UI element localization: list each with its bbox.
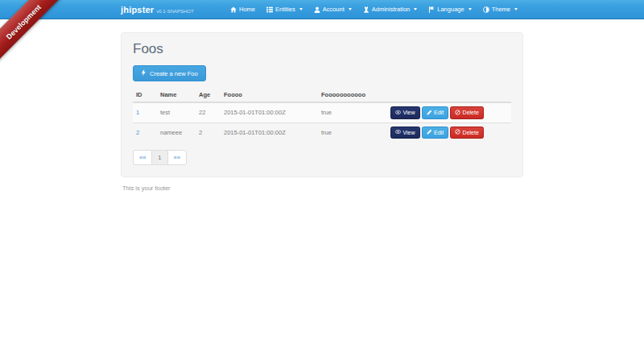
user-icon: [314, 6, 320, 13]
edit-button[interactable]: Edit: [422, 127, 449, 139]
foo-id-link[interactable]: 1: [136, 109, 139, 116]
footer-text: This is your footer: [122, 185, 523, 192]
header-id: ID: [133, 89, 157, 102]
table-row: 1 test 22 2015-01-01T01:00:00Z true View…: [133, 102, 511, 122]
delete-button[interactable]: Delete: [450, 106, 484, 119]
pagination-first-button[interactable]: ««: [133, 150, 152, 165]
nav-item-label: Account: [323, 6, 345, 13]
edit-label: Edit: [434, 130, 444, 136]
ban-icon: [455, 110, 460, 117]
header-fooooooooooo: Fooooooooooo: [318, 89, 387, 102]
cell-actions: View Edit Delete: [387, 122, 511, 142]
pencil-icon: [427, 110, 432, 117]
view-button[interactable]: View: [390, 106, 420, 119]
main-nav: Home Entities Account Adminis: [225, 0, 523, 19]
ban-icon: [455, 129, 460, 136]
nav-item-theme[interactable]: Theme: [477, 0, 523, 19]
cell-foooo: 2015-01-01T01:00:00Z: [221, 102, 318, 122]
brand-link[interactable]: jhipster v0.1-SNAPSHOT: [121, 5, 194, 15]
cell-fooooooooooo: true: [318, 122, 387, 142]
view-label: View: [403, 130, 415, 136]
cell-foooo: 2015-01-01T01:00:00Z: [221, 122, 318, 142]
caret-down-icon: [514, 8, 518, 10]
top-navbar: jhipster v0.1-SNAPSHOT Home Entities: [0, 0, 644, 19]
table-row: 2 nameee 2 2015-01-01T01:00:00Z true Vie…: [133, 122, 511, 142]
flag-icon: [428, 6, 435, 13]
header-age: Age: [196, 89, 221, 102]
tower-icon: [363, 6, 369, 13]
nav-item-label: Language: [437, 6, 464, 13]
create-foo-label: Create a new Foo: [150, 70, 198, 77]
foos-panel: Foos Create a new Foo ID Name Age Foooo …: [121, 32, 523, 177]
eye-icon: [395, 129, 401, 136]
pagination-page-1[interactable]: 1: [151, 150, 167, 165]
page-title: Foos: [133, 41, 511, 57]
navbar-container: jhipster v0.1-SNAPSHOT Home Entities: [121, 0, 523, 19]
adjust-icon: [483, 6, 489, 13]
cell-name: nameee: [157, 122, 196, 142]
nav-item-account[interactable]: Account: [308, 0, 357, 19]
list-icon: [266, 6, 273, 13]
delete-label: Delete: [463, 130, 479, 136]
nav-item-label: Administration: [372, 6, 411, 13]
main-container: Foos Create a new Foo ID Name Age Foooo …: [121, 32, 523, 192]
header-name: Name: [157, 89, 196, 102]
pencil-icon: [427, 129, 432, 136]
edit-button[interactable]: Edit: [422, 106, 449, 119]
pagination: «« 1 »»: [133, 150, 187, 165]
view-button[interactable]: View: [390, 127, 420, 139]
cell-actions: View Edit Delete: [387, 102, 511, 122]
delete-label: Delete: [463, 110, 479, 116]
cell-fooooooooooo: true: [318, 102, 387, 122]
caret-down-icon: [414, 8, 417, 10]
cell-age: 22: [196, 102, 221, 122]
foo-id-link[interactable]: 2: [136, 129, 139, 136]
pagination-last-button[interactable]: »»: [167, 150, 187, 165]
home-icon: [230, 6, 237, 13]
nav-item-language[interactable]: Language: [423, 0, 477, 19]
eye-icon: [395, 110, 401, 117]
cell-name: test: [157, 102, 196, 122]
caret-down-icon: [299, 8, 303, 10]
nav-item-label: Entities: [275, 6, 295, 13]
cell-age: 2: [196, 122, 221, 142]
delete-button[interactable]: Delete: [450, 127, 484, 139]
brand-version: v0.1-SNAPSHOT: [156, 9, 193, 14]
view-label: View: [403, 110, 415, 116]
table-header-row: ID Name Age Foooo Fooooooooooo: [133, 89, 511, 102]
header-actions: [387, 89, 511, 102]
brand-name: jhipster: [121, 5, 154, 15]
nav-item-label: Theme: [492, 6, 510, 13]
header-foooo: Foooo: [221, 89, 318, 102]
foos-table: ID Name Age Foooo Fooooooooooo 1 test 22…: [133, 89, 511, 142]
caret-down-icon: [349, 8, 352, 10]
nav-item-home[interactable]: Home: [225, 0, 261, 19]
create-foo-button[interactable]: Create a new Foo: [133, 65, 206, 81]
nav-item-label: Home: [239, 6, 255, 13]
flash-icon: [141, 69, 147, 77]
nav-item-entities[interactable]: Entities: [261, 0, 308, 19]
caret-down-icon: [469, 8, 472, 10]
nav-item-administration[interactable]: Administration: [357, 0, 423, 19]
edit-label: Edit: [434, 110, 444, 116]
